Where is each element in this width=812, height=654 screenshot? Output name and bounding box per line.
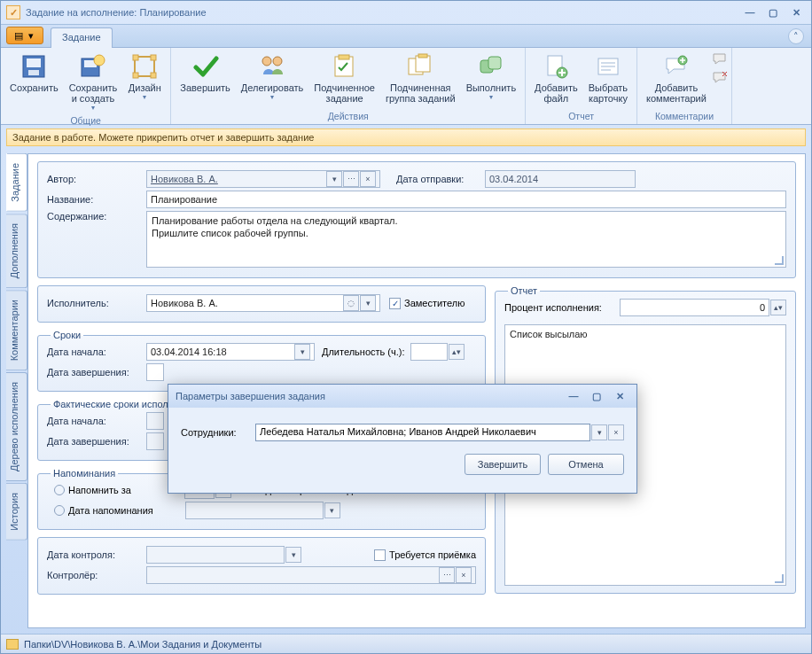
control-date-field[interactable]: [146, 546, 285, 564]
remind-date-dd-icon[interactable]: ▾: [324, 502, 340, 518]
design-icon: [130, 52, 159, 81]
chevron-down-icon: ▾: [270, 93, 274, 101]
chevron-down-icon: ▾: [489, 93, 493, 101]
close-button[interactable]: ✕: [786, 4, 806, 20]
check-icon: [191, 52, 220, 81]
maximize-button[interactable]: ▢: [763, 4, 783, 20]
controller-clear-icon[interactable]: ×: [456, 567, 472, 583]
status-path: Папки\DV\Новикова В. А.\Мои Задания и До…: [24, 639, 262, 650]
controller-more-icon[interactable]: ⋯: [439, 567, 455, 583]
remind-in-label: Напомнить за: [68, 485, 131, 495]
employees-dd-icon[interactable]: ▾: [591, 424, 607, 440]
name-label: Название:: [47, 194, 146, 205]
start-field[interactable]: 03.04.2014 16:18▾: [146, 343, 315, 361]
control-date-dd-icon[interactable]: ▾: [285, 547, 301, 563]
author-clear-icon[interactable]: ×: [360, 171, 376, 187]
qat-dd-icon: ▾: [25, 30, 37, 42]
resize-handle-icon[interactable]: [775, 574, 784, 583]
sidetab-comments[interactable]: Комментарии: [6, 290, 27, 370]
pick-card-button[interactable]: Выбрать карточку: [584, 50, 632, 110]
ribbon-collapse-button[interactable]: ˄: [788, 28, 804, 44]
tab-task[interactable]: Задание: [51, 27, 113, 48]
dialog-cancel-button[interactable]: Отмена: [548, 454, 624, 475]
sidetab-task[interactable]: Задание: [6, 153, 27, 212]
window-title: Задание на исполнение: Планирование: [26, 7, 207, 18]
comment-small-actions: [712, 50, 728, 110]
dialog-finish-button[interactable]: Завершить: [465, 454, 541, 475]
employees-field[interactable]: Лебедева Наталья Михайловна; Иванов Андр…: [255, 424, 590, 441]
remind-legend: Напоминания: [51, 468, 118, 479]
minimize-button[interactable]: —: [740, 4, 760, 20]
save-and-create-button[interactable]: Сохранить и создать ▾: [65, 50, 122, 114]
report-legend: Отчет: [508, 285, 540, 296]
dialog-close-button[interactable]: ✕: [610, 388, 629, 404]
execute-button[interactable]: Выполнить ▾: [462, 50, 520, 110]
delegate-icon: [258, 52, 286, 81]
fact-start-label: Дата начала:: [47, 416, 146, 426]
dialog-minimize-button[interactable]: —: [564, 388, 583, 404]
sub-group-button[interactable]: Подчиненная группа заданий: [381, 50, 460, 110]
sidetab-extra[interactable]: Дополнения: [6, 214, 27, 288]
dialog-maximize-button[interactable]: ▢: [587, 388, 606, 404]
percent-field[interactable]: 0: [620, 299, 769, 316]
ribbon: Сохранить Сохранить и создать ▾ Дизайн ▾…: [1, 47, 811, 125]
add-comment-button[interactable]: Добавить комментарий: [642, 50, 711, 110]
sidetab-tree[interactable]: Дерево исполнения: [6, 372, 27, 481]
save-create-icon: [79, 52, 107, 81]
start-dd-icon[interactable]: ▾: [294, 344, 310, 360]
control-date-label: Дата контроля:: [47, 549, 146, 560]
controller-field[interactable]: ⋯×: [146, 566, 476, 584]
sidetab-history[interactable]: История: [6, 483, 27, 541]
deputy-checkbox[interactable]: ✓: [389, 298, 401, 309]
end-field[interactable]: [146, 363, 164, 381]
remind-date-field[interactable]: [185, 502, 324, 519]
fact-end-label: Дата завершения:: [47, 436, 146, 447]
ribbon-tabrow: ▤▾ Задание ˄: [1, 24, 811, 47]
duration-spinner[interactable]: ▴▾: [449, 344, 465, 360]
svg-rect-16: [416, 56, 430, 72]
quick-access-toolbar[interactable]: ▤▾: [6, 27, 43, 44]
end-label: Дата завершения:: [47, 367, 146, 378]
finish-params-dialog: Параметры завершения задания — ▢ ✕ Сотру…: [168, 384, 637, 494]
add-file-button[interactable]: Добавить файл: [530, 50, 582, 110]
titlebar: ✓ Задание на исполнение: Планирование — …: [1, 1, 811, 24]
ribbon-group-comments: Добавить комментарий Комментарии: [637, 48, 732, 124]
resize-handle-icon[interactable]: [775, 256, 784, 265]
finish-button[interactable]: Завершить: [176, 50, 234, 110]
svg-point-5: [94, 55, 105, 66]
status-bar: Папки\DV\Новикова В. А.\Мои Задания и До…: [1, 634, 811, 653]
percent-spinner[interactable]: ▴▾: [770, 300, 786, 315]
remind-in-radio[interactable]: [54, 485, 65, 495]
sent-label: Дата отправки:: [396, 174, 485, 184]
dates-legend: Сроки: [51, 330, 83, 340]
author-field[interactable]: Новикова В. А. ▾ ⋯ ×: [146, 170, 380, 188]
dates-panel: Сроки Дата начала: 03.04.2014 16:18▾ Дли…: [37, 330, 486, 392]
edit-comment-icon[interactable]: [712, 51, 728, 67]
accept-required-checkbox[interactable]: [374, 549, 386, 561]
assignee-dd-icon[interactable]: ▾: [360, 295, 376, 311]
delegate-button[interactable]: Делегировать ▾: [237, 50, 308, 110]
assignee-field[interactable]: Новикова В. А. ◌ ▾: [146, 294, 380, 312]
assignee-panel: Исполнитель: Новикова В. А. ◌ ▾ ✓ Замест…: [37, 285, 486, 323]
side-tabs: Задание Дополнения Комментарии Дерево ис…: [6, 153, 27, 628]
folder-icon: [6, 639, 19, 650]
card-icon: [594, 52, 622, 81]
author-label: Автор:: [47, 174, 146, 184]
content-label: Содержание:: [47, 211, 146, 222]
sub-task-button[interactable]: Подчиненное задание: [309, 50, 379, 110]
content-textarea[interactable]: Планирование работы отдела на следующий …: [146, 211, 786, 268]
design-button[interactable]: Дизайн ▾: [123, 50, 166, 114]
duration-field[interactable]: [410, 343, 448, 361]
save-button[interactable]: Сохранить: [5, 50, 63, 114]
svg-point-11: [262, 57, 271, 66]
delete-comment-icon[interactable]: [712, 70, 728, 86]
name-field[interactable]: Планирование: [146, 191, 786, 208]
execute-icon: [477, 52, 505, 81]
employees-clear-icon[interactable]: ×: [608, 424, 624, 440]
assignee-search-icon[interactable]: ◌: [343, 295, 359, 311]
author-more-icon[interactable]: ⋯: [343, 171, 359, 187]
chevron-down-icon: ▾: [91, 104, 95, 112]
author-dd-icon[interactable]: ▾: [326, 171, 342, 187]
remind-date-radio[interactable]: [54, 505, 65, 516]
svg-rect-1: [27, 58, 41, 67]
